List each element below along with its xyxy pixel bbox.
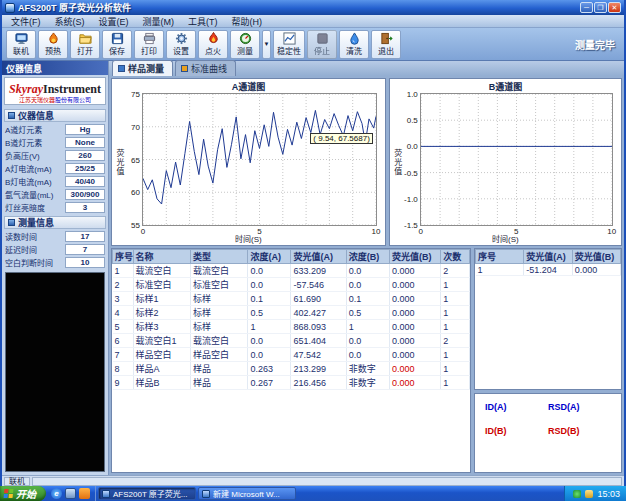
- settings-button[interactable]: 设置: [166, 30, 196, 59]
- measure-icon: [239, 32, 252, 45]
- info-row: 空白判断时间10: [2, 256, 108, 269]
- table-row[interactable]: 2标准空白标准空白0.0-57.5460.00.0001: [113, 278, 470, 292]
- print-button[interactable]: 打印: [134, 30, 164, 59]
- column-header[interactable]: 次数: [441, 250, 470, 264]
- save-button[interactable]: 保存: [102, 30, 132, 59]
- results-row: 序号名称类型浓度(A)荧光值(A)浓度(B)荧光值(B)次数 1载流空白载流空白…: [109, 248, 624, 475]
- media-icon[interactable]: [79, 488, 90, 499]
- menu-file[interactable]: 文件(F): [4, 15, 48, 27]
- maximize-button[interactable]: ❐: [594, 2, 607, 13]
- exit-icon: [380, 32, 393, 45]
- sample-table: 序号名称类型浓度(A)荧光值(A)浓度(B)荧光值(B)次数 1载流空白载流空白…: [111, 248, 471, 473]
- group-header: 仪器信息: [4, 109, 106, 122]
- chart-a-plot[interactable]: ( 9.54, 67.5687) 55606570750510: [142, 93, 377, 226]
- desktop-icon[interactable]: [65, 488, 76, 499]
- column-header[interactable]: 序号: [476, 250, 524, 264]
- exit-button[interactable]: 退出: [371, 30, 401, 59]
- app-icon: [5, 3, 15, 13]
- toolbar-button-label: 设置: [173, 45, 189, 56]
- taskbar-task[interactable]: AFS200T 原子荧光...: [98, 487, 196, 500]
- measure-button[interactable]: 测量: [230, 30, 260, 59]
- status-bar: 联机: [2, 475, 624, 486]
- table-row[interactable]: 6载流空白1载流空白0.0651.4040.00.0002: [113, 334, 470, 348]
- table-row[interactable]: 1-51.2040.000: [476, 264, 621, 276]
- volume-icon[interactable]: [585, 490, 593, 498]
- stat-label: ID(B): [485, 426, 548, 436]
- table-row[interactable]: 9样品B样品0.267216.456非数字0.0001: [113, 376, 470, 390]
- column-header[interactable]: 名称: [133, 250, 190, 264]
- column-header[interactable]: 浓度(A): [248, 250, 291, 264]
- menu-settings[interactable]: 设置(E): [92, 15, 136, 27]
- chart-a-title: A通道图: [112, 80, 385, 93]
- connect-button[interactable]: 联机: [6, 30, 36, 59]
- info-value: Hg: [65, 124, 105, 135]
- column-header[interactable]: 类型: [190, 250, 247, 264]
- group-header: 测量信息: [4, 216, 106, 229]
- toolbar-button-label: 测量: [237, 45, 253, 56]
- y-tick-label: 65: [131, 155, 140, 164]
- menu-tools[interactable]: 工具(T): [181, 15, 225, 27]
- taskbar: 开始 e AFS200T 原子荧光...新建 Microsoft W... 15…: [0, 486, 626, 501]
- measure-status-text: 测量完毕: [575, 37, 620, 52]
- column-header[interactable]: 荧光值(A): [291, 250, 346, 264]
- clean-button[interactable]: 清洗: [339, 30, 369, 59]
- chart-b-plot[interactable]: -1.5-1.0-0.50.00.51.00510: [420, 93, 613, 226]
- skyray-logo: SkyrayInstrument 江苏天瑞仪器股份有限公司: [4, 77, 106, 105]
- stop-icon: [316, 32, 329, 45]
- tab-standard-curve[interactable]: 标准曲线: [175, 60, 236, 76]
- taskbar-task[interactable]: 新建 Microsoft W...: [198, 487, 296, 500]
- stat-label: ID(A): [485, 402, 548, 412]
- info-value: 260: [65, 150, 105, 161]
- column-header[interactable]: 荧光值(B): [389, 250, 440, 264]
- flame-icon: [207, 32, 220, 45]
- ie-icon[interactable]: e: [51, 488, 62, 499]
- info-row: B灯电流(mA)40/40: [2, 175, 108, 188]
- chart-a-ylabel: 荧光值: [114, 149, 125, 176]
- info-row: 氩气流量(mL)300/900: [2, 188, 108, 201]
- toolbar-button-label: 打开: [77, 45, 93, 56]
- printer-icon: [143, 32, 156, 45]
- y-tick-label: 75: [131, 90, 140, 99]
- table-row[interactable]: 7样品空白样品空白0.047.5420.00.0001: [113, 348, 470, 362]
- charts-row: A通道图 荧光值 ( 9.54, 67.5687) 55606570750510…: [109, 76, 624, 248]
- menu-system[interactable]: 系统(S): [48, 15, 92, 27]
- heat-icon: [47, 32, 60, 45]
- logo-brand: Skyray: [9, 82, 43, 96]
- measure-dropdown-button[interactable]: ▼: [262, 30, 271, 59]
- tab-sample-measure[interactable]: 样品测量: [112, 60, 173, 76]
- table-row[interactable]: 1载流空白载流空白0.0633.2090.00.0002: [113, 264, 470, 278]
- table-row[interactable]: 3标样1标样0.161.6900.10.0001: [113, 292, 470, 306]
- table-row[interactable]: 8样品A样品0.263213.299非数字0.0001: [113, 362, 470, 376]
- group-icon: [8, 219, 15, 226]
- column-header[interactable]: 序号: [113, 250, 134, 264]
- info-row: 负高压(V)260: [2, 149, 108, 162]
- chart-a-xlabel: 时间(S): [112, 233, 385, 244]
- menu-help[interactable]: 帮助(H): [225, 15, 270, 27]
- table-row[interactable]: 4标样2标样0.5402.4270.50.0001: [113, 306, 470, 320]
- ignite-button[interactable]: 点火: [198, 30, 228, 59]
- y-tick-label: -1.0: [404, 194, 418, 203]
- column-header[interactable]: 浓度(B): [346, 250, 389, 264]
- computer-icon: [15, 32, 28, 45]
- logo-subtitle: 江苏天瑞仪器: [19, 97, 55, 103]
- preheat-button[interactable]: 预热: [38, 30, 68, 59]
- toolbar-button-label: 稳定性: [277, 45, 301, 56]
- open-button[interactable]: 打开: [70, 30, 100, 59]
- stat-label: RSD(B): [548, 426, 611, 436]
- chart-a-tooltip: ( 9.54, 67.5687): [310, 133, 372, 144]
- result-table: 序号荧光值(A)荧光值(B) 1-51.2040.000: [474, 248, 622, 390]
- close-button[interactable]: ✕: [608, 2, 621, 13]
- table-row[interactable]: 5标样3标样1868.09310.0001: [113, 320, 470, 334]
- info-row: A道灯元素Hg: [2, 123, 108, 136]
- minimize-button[interactable]: ─: [580, 2, 593, 13]
- stability-button[interactable]: 稳定性: [273, 30, 305, 59]
- menu-measure[interactable]: 测量(M): [136, 15, 182, 27]
- info-row: A灯电流(mA)25/25: [2, 162, 108, 175]
- column-header[interactable]: 荧光值(A): [524, 250, 572, 264]
- info-value: 40/40: [65, 176, 105, 187]
- column-header[interactable]: 荧光值(B): [572, 250, 620, 264]
- task-app-icon: [102, 490, 110, 498]
- shield-icon[interactable]: [573, 490, 581, 498]
- clean-icon: [348, 32, 361, 45]
- start-button[interactable]: 开始: [0, 486, 46, 501]
